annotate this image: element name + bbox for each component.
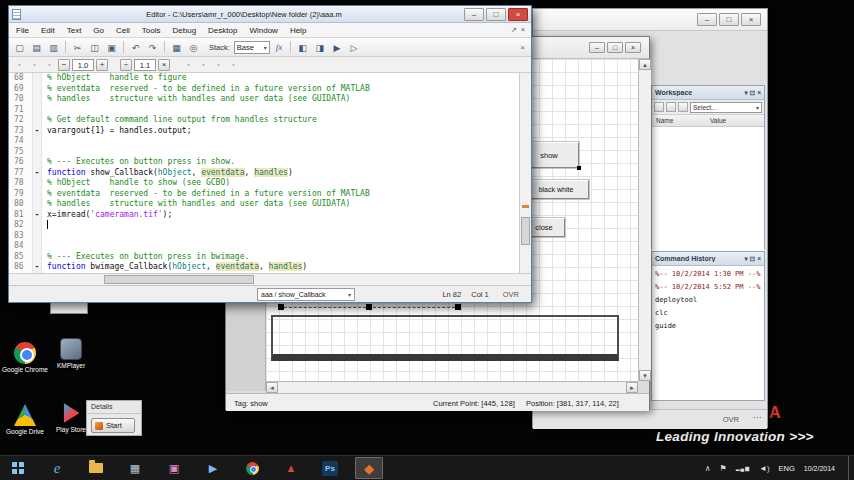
flag-icon[interactable]: ⚑ xyxy=(720,464,727,473)
value-field-2[interactable]: 1.1 xyxy=(134,59,156,71)
multiply-value-button[interactable]: × xyxy=(158,59,170,71)
menu-desktop[interactable]: Desktop xyxy=(203,23,242,38)
cell-tool-7-icon[interactable]: ▫ xyxy=(227,58,240,71)
breakpoint-alley[interactable] xyxy=(33,252,42,263)
code-line-77[interactable]: 77-function show_Callback(hObject, event… xyxy=(9,168,519,179)
matlab-start-button[interactable]: Start xyxy=(91,418,135,433)
decrease-value-button[interactable]: − xyxy=(58,59,70,71)
breakpoint-alley[interactable] xyxy=(33,199,42,210)
code-line-85[interactable]: 85% --- Executes on button press in bwim… xyxy=(9,252,519,263)
selection-handle[interactable] xyxy=(366,304,372,310)
cell-tool-3-icon[interactable]: ▫ xyxy=(43,58,56,71)
open-variable-icon[interactable] xyxy=(666,102,676,112)
scroll-up-icon[interactable]: ▲ xyxy=(639,59,651,70)
breakpoint-alley[interactable] xyxy=(33,94,42,105)
code-line-70[interactable]: 70% handles structure with handles and u… xyxy=(9,94,519,105)
selection-handle[interactable] xyxy=(278,304,284,310)
menu-file[interactable]: File xyxy=(11,23,34,38)
code-line-76[interactable]: 76% --- Executes on button press in show… xyxy=(9,157,519,168)
guide-pushbutton-black-white[interactable]: black white xyxy=(523,180,589,199)
taskbar-internet-explorer[interactable]: e xyxy=(43,457,71,479)
taskbar-google-chrome[interactable] xyxy=(238,457,266,479)
breakpoint-alley[interactable] xyxy=(33,157,42,168)
breakpoint-alley[interactable]: - xyxy=(33,210,42,221)
code-editor-area[interactable]: 68% hObject handle to figure69% eventdat… xyxy=(9,73,531,273)
breakpoint-alley[interactable] xyxy=(33,147,42,158)
breakpoint-alley[interactable]: - xyxy=(33,262,42,273)
value-field-1[interactable]: 1.0 xyxy=(72,59,94,71)
code-line-82[interactable]: 82 xyxy=(9,220,519,231)
taskbar-photoshop[interactable]: Ps xyxy=(316,457,344,479)
code-line-72[interactable]: 72% Get default command line output from… xyxy=(9,115,519,126)
matlab-main-titlebar[interactable]: –□× xyxy=(533,9,767,31)
function-indicator-combo[interactable]: aaa / show_Callback ▾ xyxy=(257,288,355,301)
editor-titlebar[interactable]: Editor - C:\Users\amr_r_000\Desktop\New … xyxy=(9,6,531,23)
menu-text[interactable]: Text xyxy=(62,23,87,38)
scroll-right-icon[interactable]: ► xyxy=(626,382,638,393)
code-line-86[interactable]: 86-function bwimage_Callback(hObject, ev… xyxy=(9,262,519,273)
panel-close-icon[interactable]: × xyxy=(757,255,761,262)
taskbar-calculator[interactable]: ▦ xyxy=(121,457,149,479)
code-line-71[interactable]: 71 xyxy=(9,105,519,116)
network-icon[interactable]: ▂▄▆ xyxy=(736,465,750,471)
command-history-body[interactable]: %-- 10/2/2014 1:30 PM --%%-- 10/2/2014 5… xyxy=(652,266,764,400)
selection-handle[interactable] xyxy=(455,304,461,310)
menu-window[interactable]: Window xyxy=(244,23,282,38)
delete-variable-icon[interactable] xyxy=(678,102,688,112)
code-line-74[interactable]: 74 xyxy=(9,136,519,147)
breakpoint-alley[interactable]: - xyxy=(33,126,42,137)
cell-tool-2-icon[interactable]: ▫ xyxy=(28,58,41,71)
toolbar-close-icon[interactable]: × xyxy=(520,43,528,52)
main-window-maximize-button[interactable]: □ xyxy=(719,13,739,26)
panel-dock-icon[interactable]: ⊡ xyxy=(750,255,755,263)
command-history-titlebar[interactable]: Command History ▾ ⊡ × xyxy=(652,252,764,266)
editor-vertical-scrollbar[interactable] xyxy=(519,73,531,273)
history-entry[interactable]: clc xyxy=(655,307,761,320)
menu-debug[interactable]: Debug xyxy=(168,23,202,38)
desktop-icon-google-chrome[interactable]: Google Chrome xyxy=(2,342,48,374)
tray-expand-icon[interactable]: ∧ xyxy=(705,464,711,473)
breakpoint-alley[interactable] xyxy=(33,241,42,252)
history-entry[interactable]: %-- 10/2/2014 5:52 PM --% xyxy=(655,281,761,294)
editor-close-button[interactable]: × xyxy=(508,8,528,21)
scroll-left-icon[interactable]: ◄ xyxy=(266,382,278,393)
code-line-83[interactable]: 83 xyxy=(9,231,519,242)
history-entry[interactable]: deploytool xyxy=(655,294,761,307)
plot-select-dropdown[interactable]: Select... ▾ xyxy=(690,102,762,113)
main-window-minimize-button[interactable]: – xyxy=(697,13,717,26)
menu-help[interactable]: Help xyxy=(285,23,311,38)
guide-horizontal-scrollbar[interactable]: ◄ ► xyxy=(266,381,638,393)
panel-menu-icon[interactable]: ▾ xyxy=(744,89,747,97)
scrollbar-thumb[interactable] xyxy=(521,217,530,245)
menu-go[interactable]: Go xyxy=(88,23,109,38)
editor-horizontal-scrollbar[interactable] xyxy=(9,273,531,285)
workspace-titlebar[interactable]: Workspace ▾ ⊡ × xyxy=(652,86,764,100)
new-variable-icon[interactable] xyxy=(654,102,664,112)
stack-dropdown[interactable]: Base ▾ xyxy=(234,41,270,54)
breakpoint-alley[interactable] xyxy=(33,115,42,126)
breakpoint-alley[interactable] xyxy=(33,105,42,116)
save-icon[interactable]: ▥ xyxy=(46,40,61,55)
code-line-80[interactable]: 80% handles structure with handles and u… xyxy=(9,199,519,210)
taskbar-media-player[interactable]: ▶ xyxy=(199,457,227,479)
history-entry[interactable]: guide xyxy=(655,320,761,333)
taskbar-photo-viewer[interactable]: ▣ xyxy=(160,457,188,479)
scrollbar-thumb[interactable] xyxy=(104,275,254,284)
selection-handles[interactable] xyxy=(279,307,460,313)
increase-value-button[interactable]: + xyxy=(96,59,108,71)
main-window-close-button[interactable]: × xyxy=(741,13,761,26)
undock-icon[interactable]: ↗ xyxy=(511,26,517,34)
print-icon[interactable]: ▦ xyxy=(169,40,184,55)
cell-divider-icon[interactable]: ◧ xyxy=(295,40,310,55)
find-icon[interactable]: ◎ xyxy=(186,40,201,55)
panel-menu-icon[interactable]: ▾ xyxy=(744,255,747,263)
breakpoint-alley[interactable] xyxy=(33,189,42,200)
cut-icon[interactable]: ✂ xyxy=(70,40,85,55)
guide-axes[interactable] xyxy=(271,315,619,361)
taskbar-matlab[interactable]: ◆ xyxy=(355,457,383,479)
breakpoint-alley[interactable] xyxy=(33,178,42,189)
code-line-69[interactable]: 69% eventdata reserved - to be defined i… xyxy=(9,84,519,95)
workspace-header-value[interactable]: Value xyxy=(710,117,726,124)
clock-date[interactable]: 10/2/2014 xyxy=(804,465,835,472)
copy-icon[interactable]: ◫ xyxy=(87,40,102,55)
